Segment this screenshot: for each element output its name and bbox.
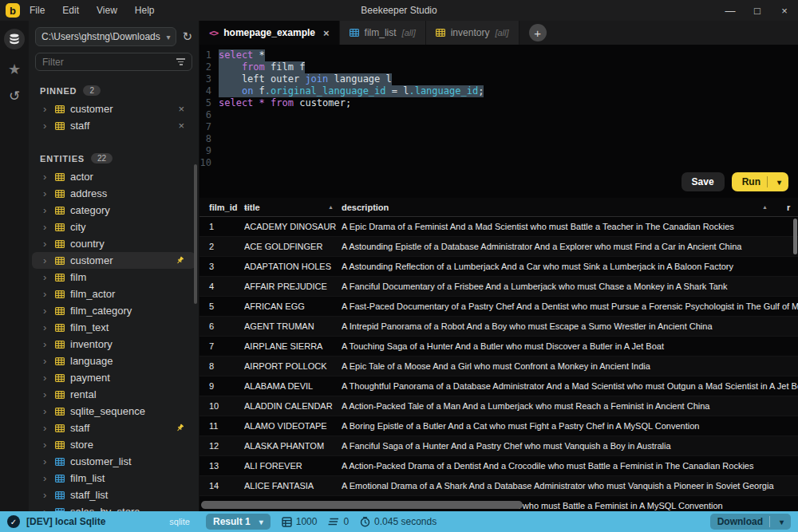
- table-row[interactable]: 5 AFRICAN EGG A Fast-Paced Documentary o…: [200, 297, 798, 317]
- cell-title[interactable]: AIRPLANE SIERRA: [244, 341, 342, 351]
- sort-asc-icon[interactable]: ▲: [762, 204, 768, 210]
- entity-item[interactable]: › film_text: [32, 319, 196, 336]
- entity-item[interactable]: › customer_list: [32, 453, 196, 470]
- database-icon[interactable]: [4, 29, 25, 49]
- menu-item[interactable]: Edit: [62, 5, 79, 16]
- favorites-icon[interactable]: ★: [8, 62, 21, 77]
- unpin-close-icon[interactable]: ×: [178, 103, 184, 115]
- result-selector[interactable]: Result 1 ▾: [206, 514, 271, 530]
- minimize-button[interactable]: —: [717, 5, 744, 17]
- table-row[interactable]: 8 AIRPORT POLLOCK A Epic Tale of a Moose…: [200, 357, 798, 376]
- unpin-close-icon[interactable]: ×: [178, 120, 184, 132]
- cell-description[interactable]: A Fast-Paced Documentary of a Pastry Che…: [342, 301, 798, 311]
- chevron-right-icon[interactable]: ›: [43, 322, 49, 333]
- filter-input[interactable]: [42, 57, 176, 68]
- entity-item[interactable]: › customer: [32, 252, 196, 269]
- cell-title[interactable]: ALASKA PHANTOM: [244, 441, 342, 451]
- cell-film-id[interactable]: 9: [200, 381, 244, 391]
- entity-item[interactable]: › address: [32, 185, 196, 202]
- vertical-scrollbar[interactable]: [793, 219, 797, 254]
- cell-film-id[interactable]: 12: [200, 441, 244, 451]
- chevron-right-icon[interactable]: ›: [43, 490, 49, 500]
- cell-film-id[interactable]: 3: [200, 262, 244, 271]
- table-row[interactable]: 12 ALASKA PHANTOM A Fanciful Saga of a H…: [200, 436, 798, 456]
- pinned-item[interactable]: › staff ×: [32, 117, 196, 134]
- cell-film-id[interactable]: 8: [200, 361, 244, 371]
- cell-film-id[interactable]: 6: [200, 321, 244, 331]
- entity-item[interactable]: › rental: [32, 386, 196, 403]
- tab[interactable]: <> film_list [all]: [340, 21, 426, 45]
- cell-film-id[interactable]: 1: [200, 222, 244, 231]
- code-line[interactable]: 10: [200, 157, 798, 169]
- cell-film-id[interactable]: 5: [200, 301, 244, 311]
- entity-item[interactable]: › film_category: [32, 302, 196, 319]
- cell-title[interactable]: ALABAMA DEVIL: [244, 381, 342, 391]
- cell-film-id[interactable]: 13: [200, 461, 244, 471]
- cell-title[interactable]: ALICE FANTASIA: [244, 481, 342, 491]
- chevron-right-icon[interactable]: ›: [43, 339, 49, 349]
- column-header-film-id[interactable]: film_id ▲: [200, 203, 244, 212]
- cell-film-id[interactable]: 7: [200, 341, 244, 351]
- table-row[interactable]: 3 ADAPTATION HOLES A Astounding Reflecti…: [200, 257, 798, 277]
- cell-film-id[interactable]: 14: [200, 481, 244, 491]
- chevron-right-icon[interactable]: ›: [43, 456, 49, 467]
- tab[interactable]: <> homepage_example ×: [200, 21, 340, 45]
- chevron-right-icon[interactable]: ›: [43, 120, 49, 131]
- cell-title[interactable]: ALI FOREVER: [244, 461, 342, 471]
- sidebar-scrollbar[interactable]: [194, 164, 197, 304]
- entity-item[interactable]: › category: [32, 202, 196, 219]
- code-line[interactable]: 9: [200, 145, 798, 157]
- cell-description[interactable]: A Boring Epistle of a Butler And a Cat w…: [342, 421, 798, 431]
- chevron-right-icon[interactable]: ›: [43, 238, 49, 249]
- entity-item[interactable]: › film_list: [32, 470, 196, 487]
- entity-item[interactable]: › film_actor: [32, 286, 196, 302]
- cell-title[interactable]: ACADEMY DINOSAUR: [244, 222, 342, 231]
- refresh-icon[interactable]: ↻: [182, 30, 192, 44]
- chevron-right-icon[interactable]: ›: [43, 356, 49, 366]
- cell-description[interactable]: A Action-Packed Drama of a Dentist And a…: [342, 461, 798, 471]
- cell-description[interactable]: A Fanciful Saga of a Hunter And a Pastry…: [342, 441, 798, 451]
- cell-title[interactable]: ACE GOLDFINGER: [244, 242, 342, 251]
- cell-film-id[interactable]: 10: [200, 401, 244, 411]
- entity-item[interactable]: › film: [32, 269, 196, 286]
- close-button[interactable]: ×: [771, 5, 798, 17]
- chevron-right-icon[interactable]: ›: [43, 255, 49, 266]
- menu-item[interactable]: View: [97, 5, 117, 16]
- tab-close-icon[interactable]: ×: [323, 27, 330, 39]
- download-dropdown-icon[interactable]: ▾: [780, 518, 784, 526]
- cell-description[interactable]: A Thoughtful Panorama of a Database Admi…: [342, 381, 798, 391]
- sort-asc-icon[interactable]: ▲: [328, 204, 334, 210]
- cell-description[interactable]: A Action-Packed Tale of a Man And a Lumb…: [342, 401, 798, 411]
- cell-film-id[interactable]: 4: [200, 282, 244, 291]
- table-row[interactable]: 13 ALI FOREVER A Action-Packed Drama of …: [200, 456, 798, 476]
- cell-description[interactable]: A Epic Tale of a Moose And a Girl who mu…: [342, 361, 798, 371]
- entity-item[interactable]: › sqlite_sequence: [32, 403, 196, 420]
- entity-item[interactable]: › country: [32, 235, 196, 252]
- chevron-right-icon[interactable]: ›: [43, 389, 49, 400]
- menu-item[interactable]: Help: [135, 5, 155, 16]
- chevron-right-icon[interactable]: ›: [43, 171, 49, 182]
- connection-selector[interactable]: C:\Users\ghstng\Downloads ▾: [35, 27, 176, 46]
- code-line[interactable]: 8: [200, 133, 798, 145]
- pin-icon[interactable]: [176, 424, 184, 432]
- table-row[interactable]: 11 ALAMO VIDEOTAPE A Boring Epistle of a…: [200, 416, 798, 436]
- table-row[interactable]: 4 AFFAIR PREJUDICE A Fanciful Documentar…: [200, 277, 798, 297]
- table-row[interactable]: 10 ALADDIN CALENDAR A Action-Packed Tale…: [200, 396, 798, 416]
- tab[interactable]: <> inventory [all]: [426, 21, 519, 45]
- maximize-button[interactable]: □: [744, 5, 771, 17]
- table-row[interactable]: 7 AIRPLANE SIERRA A Touching Saga of a H…: [200, 337, 798, 357]
- run-button[interactable]: Run ▾: [732, 172, 788, 191]
- entity-item[interactable]: › staff_list: [32, 487, 196, 503]
- chevron-right-icon[interactable]: ›: [43, 188, 49, 199]
- menu-item[interactable]: File: [30, 5, 45, 16]
- code-line[interactable]: 6: [200, 109, 798, 121]
- chevron-right-icon[interactable]: ›: [43, 406, 49, 416]
- code-line[interactable]: 5 select * from customer;: [200, 97, 798, 109]
- chevron-right-icon[interactable]: ›: [43, 205, 49, 215]
- table-row[interactable]: 9 ALABAMA DEVIL A Thoughtful Panorama of…: [200, 376, 798, 396]
- entity-item[interactable]: › payment: [32, 369, 196, 386]
- column-header-title[interactable]: title ▲: [244, 203, 342, 212]
- cell-description[interactable]: A Intrepid Panorama of a Robot And a Boy…: [342, 321, 798, 331]
- chevron-right-icon[interactable]: ›: [43, 305, 49, 316]
- cell-title[interactable]: AIRPORT POLLOCK: [244, 361, 342, 371]
